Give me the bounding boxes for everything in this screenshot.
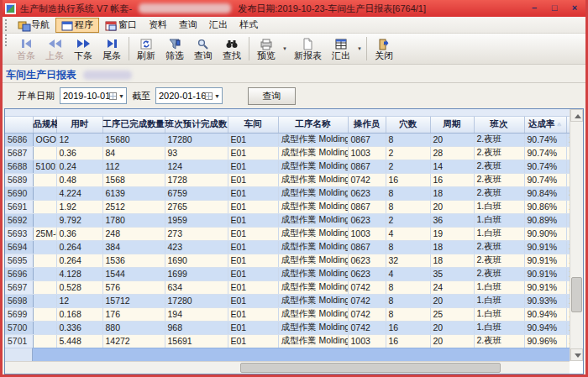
query-button-toolbar[interactable]: 查询 — [189, 34, 218, 63]
row-number-cell[interactable]: 5698 — [5, 294, 33, 307]
table-row[interactable]: 56950.26415361690E01成型作業 Molding06233218… — [5, 254, 571, 267]
column-header[interactable]: 工序已完成数量 — [102, 117, 165, 133]
report-header: 车间生产日报表 — [3, 65, 585, 83]
table-row[interactable]: 56970.528576634E01成型作業 Molding07428241.白… — [5, 280, 571, 294]
export-dropdown-icon[interactable]: ▼ — [355, 46, 364, 51]
refresh-button[interactable]: 刷新 — [132, 34, 160, 63]
table-cell — [33, 173, 56, 186]
table-row[interactable]: 57000.336880968E01成型作業 Molding074216201.… — [5, 321, 571, 334]
row-number-cell[interactable]: 5695 — [5, 254, 33, 267]
selected-empty-row[interactable] — [5, 348, 571, 361]
next-record-button[interactable]: 下条 — [69, 34, 97, 63]
menu-query[interactable]: 查询 — [173, 18, 203, 33]
search-button[interactable]: 查询 — [248, 87, 296, 105]
table-cell — [33, 254, 56, 267]
table-row[interactable]: 56964.12815441699E01成型作業 Molding06234352… — [5, 267, 571, 280]
vertical-scrollbar[interactable] — [570, 109, 583, 361]
from-date-picker[interactable]: ▼ — [60, 87, 127, 104]
table-row[interactable]: 56990.168176194E01成型作業 Molding07428251.白… — [5, 307, 571, 321]
export-button[interactable]: 汇出 — [327, 34, 355, 63]
table-row[interactable]: 5686OGO121568017280E01成型作業 Molding086782… — [5, 133, 571, 146]
preview-dropdown-icon[interactable]: ▼ — [281, 46, 289, 51]
table-row[interactable]: 56929.79217801959E01成型作業 Molding06232361… — [5, 213, 571, 227]
row-number-cell[interactable]: 5696 — [5, 267, 33, 280]
column-header[interactable]: 穴数 — [386, 117, 430, 133]
preview-button[interactable]: 预览 — [252, 34, 281, 63]
column-header[interactable]: 工序名称 — [278, 117, 348, 133]
column-header[interactable]: 达成率▲ — [524, 117, 566, 133]
row-number-cell[interactable]: 5692 — [5, 213, 33, 227]
scroll-up-arrow-icon[interactable] — [570, 109, 583, 122]
last-record-button[interactable]: 尾条 — [97, 34, 126, 63]
menu-data[interactable]: 资料 — [143, 18, 173, 33]
table-cell: 248 — [102, 227, 165, 240]
table-row[interactable]: 5698121571217280E01成型作業 Molding07428201.… — [5, 294, 571, 307]
table-row[interactable]: 56911.9225122765E01成型作業 Molding08678201.… — [5, 200, 571, 213]
close-form-button[interactable]: 关闭 — [370, 34, 398, 63]
selected-row-highlight[interactable] — [33, 348, 571, 361]
minimize-button[interactable]: – — [524, 2, 544, 15]
row-number-cell[interactable]: 5686 — [5, 133, 33, 146]
row-number-cell[interactable]: 5700 — [5, 321, 33, 334]
to-date-picker[interactable]: ▼ — [155, 87, 223, 104]
menu-window[interactable]: 窗口 — [99, 18, 143, 33]
table-cell: 880 — [102, 321, 165, 334]
column-header[interactable]: 班次 — [474, 117, 524, 133]
row-number-cell[interactable]: 5693 — [5, 227, 33, 240]
redacted-account-name — [139, 3, 231, 13]
table-row[interactable]: 57015.4481427215691E01成型作業 Molding100316… — [5, 334, 571, 348]
table-row[interactable]: 56890.4815681728E01成型作業 Molding074216162… — [5, 173, 571, 186]
column-header[interactable]: 班次预计完成数 — [165, 117, 228, 133]
table-row[interactable]: 56885100100.24112124E01成型作業 Molding08672… — [5, 160, 571, 173]
scroll-down-arrow-icon[interactable] — [570, 348, 583, 361]
row-number-cell[interactable]: 5690 — [5, 186, 33, 200]
table-cell — [33, 267, 56, 280]
vertical-scrollbar-thumb[interactable] — [571, 277, 582, 312]
column-header[interactable]: 品规格 — [33, 117, 56, 133]
table-cell: 16 — [386, 321, 430, 334]
chevron-down-icon[interactable]: ▼ — [117, 93, 126, 99]
to-date-input[interactable] — [156, 91, 205, 101]
column-header[interactable]: 操作员 — [348, 117, 386, 133]
horizontal-scrollbar[interactable] — [5, 361, 570, 374]
filter-button[interactable]: 筛选 — [160, 34, 189, 63]
previous-record-button[interactable]: 上条 — [40, 34, 69, 63]
table-row[interactable]: 569325M-610.36248273E01成型作業 Molding10034… — [5, 227, 571, 240]
row-number-cell[interactable]: 5689 — [5, 173, 33, 186]
table-row[interactable]: 56940.264384423E01成型作業 Molding08678182.夜… — [5, 240, 571, 254]
table-cell: OGO — [33, 133, 56, 146]
from-date-input[interactable] — [60, 91, 109, 101]
column-header[interactable] — [5, 117, 33, 133]
table-cell: 1003 — [348, 227, 386, 240]
table-cell: 25 — [430, 307, 474, 321]
first-record-button[interactable]: 首条 — [12, 34, 40, 63]
row-number-cell[interactable]: 5687 — [5, 146, 33, 160]
chevron-down-icon[interactable]: ▼ — [213, 93, 222, 99]
table-row[interactable]: 56870.368493E01成型作業 Molding10032282.夜班90… — [5, 146, 571, 160]
row-number-cell[interactable]: 5701 — [5, 334, 33, 348]
row-number-cell[interactable]: 5699 — [5, 307, 33, 321]
close-button[interactable]: × — [564, 2, 585, 15]
new-report-icon — [301, 38, 314, 50]
maximize-button[interactable]: □ — [544, 2, 564, 15]
find-button[interactable]: 查找 — [218, 34, 246, 63]
table-row[interactable]: 56904.22461396759E01成型作業 Molding06238182… — [5, 186, 571, 200]
column-header[interactable]: 用时 — [56, 117, 102, 133]
horizontal-scrollbar-thumb[interactable] — [240, 363, 501, 373]
table-cell: E01 — [228, 200, 278, 213]
table-cell: 成型作業 Molding — [278, 307, 348, 321]
selected-row-number-cell[interactable] — [5, 348, 33, 361]
table-cell: 90.74% — [524, 160, 566, 173]
row-number-cell[interactable]: 5697 — [5, 280, 33, 294]
row-number-cell[interactable]: 5694 — [5, 240, 33, 254]
menu-program[interactable]: 程序 — [55, 18, 99, 33]
row-number-cell[interactable]: 5688 — [5, 160, 33, 173]
calendar-icon — [109, 92, 117, 100]
menu-style[interactable]: 样式 — [234, 18, 264, 33]
row-number-cell[interactable]: 5691 — [5, 200, 33, 213]
column-header[interactable]: 车间 — [228, 117, 278, 133]
new-report-button[interactable]: 新报表 — [289, 34, 327, 63]
menu-navigation[interactable]: 导航 — [12, 18, 55, 33]
menu-export[interactable]: 汇出 — [203, 18, 234, 33]
column-header[interactable]: 周期 — [430, 117, 474, 133]
